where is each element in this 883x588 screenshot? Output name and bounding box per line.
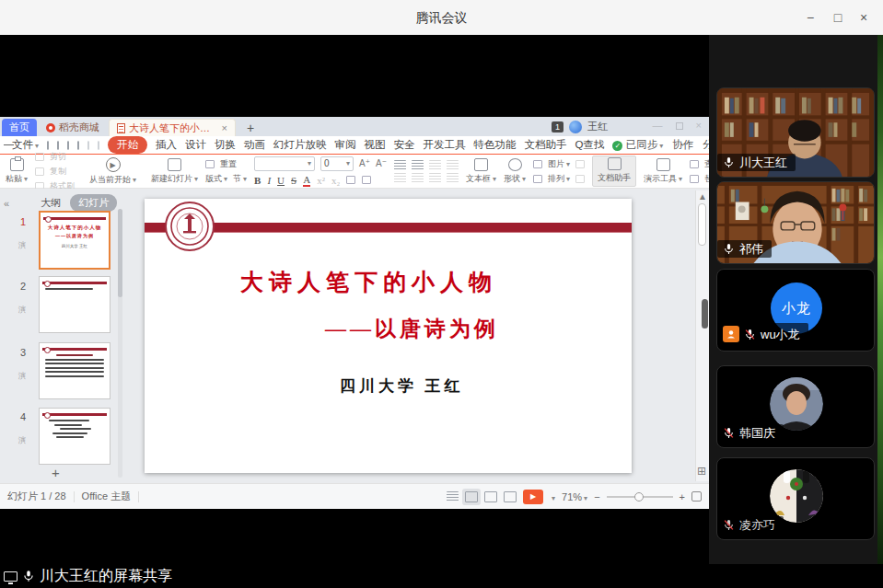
reset-button[interactable]: 重置 bbox=[205, 158, 237, 170]
doc-assistant-button[interactable]: 文档助手 bbox=[592, 156, 636, 187]
paste-button[interactable]: 粘贴 bbox=[6, 158, 28, 185]
menu-insert[interactable]: 插入 bbox=[156, 138, 177, 152]
menu-animation[interactable]: 动画 bbox=[244, 138, 265, 152]
tab-docer[interactable]: 稻壳商城 bbox=[39, 119, 107, 136]
zoom-out-button[interactable]: − bbox=[594, 491, 599, 502]
zoom-slider-knob[interactable] bbox=[634, 492, 644, 502]
strike-button[interactable]: S bbox=[291, 175, 296, 186]
indent-icon[interactable] bbox=[429, 173, 441, 183]
copy-button[interactable]: 复制 bbox=[35, 166, 66, 178]
preview-icon[interactable] bbox=[77, 141, 79, 150]
participant-tile-avatar[interactable]: 凌亦巧 bbox=[716, 457, 875, 540]
justify-icon[interactable] bbox=[447, 160, 459, 170]
menu-view[interactable]: 视图 bbox=[365, 138, 386, 152]
collab-button[interactable]: 协作 bbox=[672, 138, 693, 152]
new-slide-button[interactable]: 新建幻灯片 bbox=[151, 158, 198, 185]
wps-close-icon[interactable]: × bbox=[696, 120, 702, 131]
overlay-scroll-thumb[interactable] bbox=[702, 299, 708, 329]
textbox-button[interactable]: 文本框 bbox=[466, 158, 496, 185]
menu-security[interactable]: 安全 bbox=[394, 138, 415, 152]
superscript-button[interactable]: x² bbox=[317, 175, 325, 186]
numbering-icon[interactable] bbox=[412, 173, 424, 183]
highlight-icon[interactable] bbox=[362, 176, 371, 184]
participant-tile-avatar[interactable]: 韩国庆 bbox=[716, 365, 875, 448]
wps-minimize-icon[interactable]: — bbox=[653, 120, 663, 131]
tab-home[interactable]: 首页 bbox=[2, 119, 37, 136]
align-right-icon[interactable] bbox=[429, 160, 441, 170]
slide-thumbnail-3[interactable] bbox=[39, 342, 110, 399]
align-left-icon[interactable] bbox=[394, 160, 406, 170]
sync-status[interactable]: ✓ 已同步 bbox=[612, 138, 663, 152]
zoom-percent[interactable]: 71% bbox=[562, 491, 587, 502]
font-color-button[interactable]: A bbox=[303, 174, 310, 187]
underline-button[interactable]: U bbox=[277, 175, 285, 186]
fit-window-icon[interactable] bbox=[691, 491, 702, 502]
participant-tile-avatar[interactable]: 小龙 wu小龙 bbox=[716, 269, 875, 352]
theme-name[interactable]: Office 主题 bbox=[82, 490, 132, 503]
sorter-view-icon[interactable] bbox=[484, 491, 497, 502]
align-center-icon[interactable] bbox=[412, 160, 424, 170]
chart-icon[interactable] bbox=[575, 160, 585, 168]
participant-tile-video[interactable]: 祁伟 bbox=[716, 181, 875, 264]
play-options-caret[interactable] bbox=[550, 491, 555, 502]
normal-view-icon[interactable] bbox=[465, 491, 478, 502]
section-button[interactable]: 节 bbox=[233, 173, 247, 185]
slide-thumbnail-1[interactable]: 大诗人笔下的小人物 ——以唐诗为例 四川大学 王红 bbox=[39, 211, 110, 270]
slideshow-play-button[interactable]: ▶ bbox=[523, 490, 543, 504]
cut-button[interactable]: 剪切 bbox=[35, 151, 66, 163]
tab-close-icon[interactable]: × bbox=[222, 122, 227, 133]
undo-icon[interactable] bbox=[87, 141, 89, 150]
notification-badge[interactable]: 1 bbox=[552, 121, 563, 133]
account-avatar[interactable] bbox=[569, 121, 582, 133]
panel-collapse-icon[interactable]: « bbox=[4, 198, 9, 209]
font-shrink-button[interactable]: A⁻ bbox=[376, 158, 387, 168]
menu-find[interactable]: Q查找 bbox=[575, 138, 605, 152]
line-spacing-icon[interactable] bbox=[447, 173, 459, 183]
font-grow-button[interactable]: A⁺ bbox=[359, 158, 370, 168]
layout-button[interactable]: 版式 bbox=[205, 173, 227, 185]
menu-review[interactable]: 审阅 bbox=[335, 138, 356, 152]
font-name-select[interactable] bbox=[254, 156, 315, 171]
font-size-select[interactable]: 0 bbox=[320, 156, 354, 171]
canvas-scrollbar-thumb[interactable] bbox=[698, 203, 706, 246]
menu-devtools[interactable]: 开发工具 bbox=[424, 138, 466, 152]
slide-canvas[interactable]: 大诗人笔下的小人物 ——以唐诗为例 四川大学 王红 bbox=[145, 199, 632, 473]
arrange-button[interactable]: 排列 bbox=[548, 173, 570, 185]
grid-view-icon[interactable]: ⊞ bbox=[697, 465, 706, 478]
add-slide-button[interactable]: + bbox=[52, 465, 60, 480]
tab-document[interactable]: 大诗人笔下的小人物.ppt × bbox=[109, 119, 236, 136]
menu-start[interactable]: 开始 bbox=[108, 136, 147, 154]
scroll-up-icon[interactable]: ▲ bbox=[698, 191, 707, 202]
zoom-slider[interactable] bbox=[607, 496, 673, 498]
zoom-in-button[interactable]: + bbox=[680, 491, 685, 502]
close-button[interactable]: × bbox=[850, 0, 877, 35]
menu-features[interactable]: 特色功能 bbox=[474, 138, 517, 152]
present-tools-button[interactable]: 演示工具 bbox=[644, 158, 682, 185]
notes-icon[interactable] bbox=[447, 491, 459, 502]
output-icon[interactable] bbox=[57, 141, 59, 150]
save-icon[interactable] bbox=[47, 141, 49, 150]
panel-scrollbar[interactable] bbox=[118, 209, 122, 297]
subscript-button[interactable]: x₂ bbox=[331, 175, 340, 186]
bullets-icon[interactable] bbox=[394, 173, 406, 183]
tab-slides[interactable]: 幻灯片 bbox=[70, 194, 117, 212]
print-icon[interactable] bbox=[67, 141, 69, 150]
menu-docassistant[interactable]: 文档助手 bbox=[525, 138, 567, 152]
account-name[interactable]: 王红 bbox=[587, 120, 608, 133]
minimize-button[interactable]: − bbox=[796, 0, 824, 35]
clear-format-icon[interactable] bbox=[346, 176, 355, 184]
menu-transition[interactable]: 切换 bbox=[215, 138, 236, 152]
play-from-current-button[interactable]: ▶ 从当前开始 bbox=[89, 157, 136, 186]
italic-button[interactable]: I bbox=[267, 175, 271, 186]
reading-view-icon[interactable] bbox=[504, 491, 517, 502]
slide-thumbnail-4[interactable] bbox=[39, 408, 110, 465]
menu-slideshow[interactable]: 幻灯片放映 bbox=[273, 138, 327, 152]
tab-outline[interactable]: 大纲 bbox=[41, 196, 61, 210]
maximize-button[interactable]: □ bbox=[824, 0, 852, 35]
wps-restore-icon[interactable] bbox=[676, 122, 683, 130]
redo-icon[interactable] bbox=[98, 141, 99, 150]
picture-button[interactable]: 图片 bbox=[548, 158, 570, 170]
slide-thumbnail-2[interactable] bbox=[39, 276, 110, 333]
bold-button[interactable]: B bbox=[254, 175, 261, 186]
participant-tile-video[interactable]: 川大王红 bbox=[716, 87, 875, 178]
